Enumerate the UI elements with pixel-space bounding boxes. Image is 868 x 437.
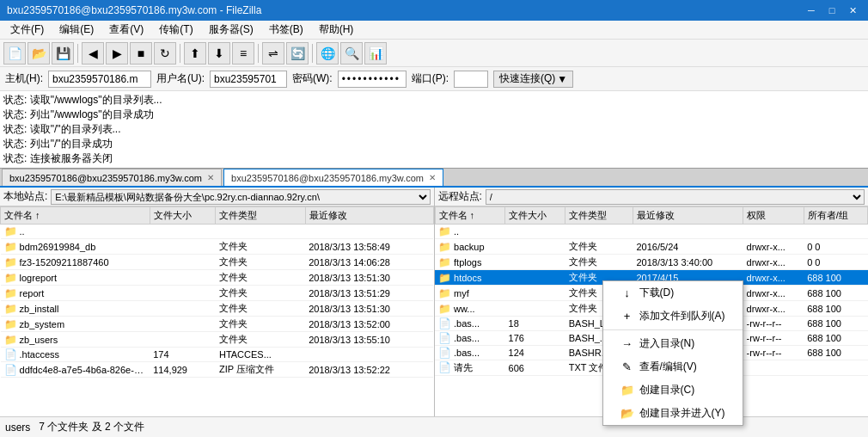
toolbar-sync-button[interactable]: 🔄 bbox=[286, 42, 309, 65]
file-modified bbox=[305, 225, 433, 239]
file-name: 📁 logreport bbox=[1, 270, 150, 286]
context-menu-item[interactable]: +添加文件到队列(A) bbox=[603, 305, 743, 328]
file-type: 文件夹 bbox=[216, 286, 305, 301]
menu-item[interactable]: 编辑(E) bbox=[52, 21, 101, 39]
file-modified: 2018/3/13 13:52:00 bbox=[305, 317, 433, 332]
log-area[interactable]: 状态: 读取"/wwwlogs"的目录列表...状态: 列出"/wwwlogs"… bbox=[0, 91, 868, 169]
local-col-size[interactable]: 文件大小 bbox=[150, 207, 216, 225]
file-size bbox=[150, 225, 216, 239]
remote-col-owner[interactable]: 所有者/组 bbox=[804, 207, 867, 225]
remote-col-type[interactable]: 文件类型 bbox=[565, 207, 633, 225]
port-input[interactable] bbox=[454, 71, 488, 88]
file-owner: 0 0 bbox=[804, 239, 867, 255]
menu-item[interactable]: 帮助(H) bbox=[312, 21, 361, 39]
remote-col-size[interactable]: 文件大小 bbox=[505, 207, 565, 225]
toolbar-save-button[interactable]: 💾 bbox=[52, 42, 74, 65]
host-input[interactable] bbox=[48, 71, 151, 88]
local-col-modified[interactable]: 最近修改 bbox=[305, 207, 433, 225]
file-size bbox=[150, 301, 216, 317]
menu-item-icon: ↓ bbox=[620, 286, 634, 300]
table-row[interactable]: 📁 zb_users 文件夹 2018/3/13 13:55:10 bbox=[1, 332, 434, 348]
table-row[interactable]: 📁 fz3-15209211887460 文件夹 2018/3/13 14:06… bbox=[1, 255, 434, 270]
menu-item[interactable]: 服务器(S) bbox=[202, 21, 260, 39]
log-line: 状态: 列出"/wwwlogs"的目录成功 bbox=[3, 108, 865, 122]
menu-item-icon: 📂 bbox=[620, 407, 634, 421]
toolbar-sep-1 bbox=[77, 44, 78, 63]
file-name: 📁 ww... bbox=[435, 301, 505, 317]
toolbar-filefilter-button[interactable]: 🔍 bbox=[340, 42, 363, 65]
toolbar-compare-button[interactable]: ⇌ bbox=[262, 42, 284, 65]
local-col-type[interactable]: 文件类型 bbox=[216, 207, 305, 225]
menu-item-icon: + bbox=[620, 310, 634, 323]
toolbar-upload-button[interactable]: ⬆ bbox=[184, 42, 206, 65]
local-file-list[interactable]: 文件名 ↑ 文件大小 文件类型 最近修改 📁 .. 📁 bdm26919984_… bbox=[0, 206, 434, 416]
remote-col-name[interactable]: 文件名 ↑ bbox=[435, 207, 505, 225]
file-name: 📄 .bas... bbox=[435, 346, 505, 360]
table-row[interactable]: 📁 backup 文件夹 2016/5/24 drwxr-x... 0 0 bbox=[435, 239, 868, 255]
menu-item[interactable]: 传输(T) bbox=[152, 21, 199, 39]
menu-item[interactable]: 文件(F) bbox=[3, 21, 51, 39]
file-perms bbox=[743, 360, 804, 376]
file-owner: 688 100 bbox=[804, 331, 867, 346]
table-row[interactable]: 📄 .htaccess 174 HTACCES... bbox=[1, 348, 434, 362]
file-perms: drwxr-x... bbox=[743, 286, 804, 301]
table-row[interactable]: 📁 .. bbox=[435, 225, 868, 239]
toolbar-back-button[interactable]: ◀ bbox=[82, 42, 104, 65]
file-size: 174 bbox=[150, 348, 216, 362]
menu-item[interactable]: 查看(V) bbox=[102, 21, 150, 39]
table-row[interactable]: 📁 logreport 文件夹 2018/3/13 13:51:30 bbox=[1, 270, 434, 286]
local-panel: 本地站点: E:\最新精品模板\网站数据备份大全\pc.92ry.cn-dian… bbox=[0, 188, 435, 416]
tab-close-icon[interactable]: ✕ bbox=[429, 173, 436, 182]
toolbar-stop-button[interactable]: ■ bbox=[130, 42, 152, 65]
file-type bbox=[565, 225, 633, 239]
local-location-label: 本地站点: bbox=[3, 189, 47, 204]
table-row[interactable]: 📁 zb_install 文件夹 2018/3/13 13:51:30 bbox=[1, 301, 434, 317]
file-name: 📁 report bbox=[1, 286, 150, 301]
tab[interactable]: bxu2359570186@bxu2359570186.my3w.com✕ bbox=[223, 169, 443, 186]
menu-item[interactable]: 书签(B) bbox=[262, 21, 310, 39]
table-row[interactable]: 📁 .. bbox=[1, 225, 434, 239]
file-name: 📁 htdocs bbox=[435, 270, 505, 286]
file-owner bbox=[804, 360, 867, 376]
toolbar-new-button[interactable]: 📄 bbox=[3, 42, 26, 65]
toolbar-download-button[interactable]: ⬇ bbox=[208, 42, 230, 65]
context-menu-item[interactable]: 📁创建目录(C) bbox=[603, 379, 743, 402]
context-menu-item[interactable]: 📂创建目录并进入(Y) bbox=[603, 402, 743, 425]
context-menu-item[interactable]: ✎查看/编辑(V) bbox=[603, 355, 743, 379]
local-col-name[interactable]: 文件名 ↑ bbox=[1, 207, 150, 225]
file-modified: 2018/3/13 13:51:30 bbox=[305, 301, 433, 317]
toolbar-forward-button[interactable]: ▶ bbox=[106, 42, 128, 65]
minimize-button[interactable]: ─ bbox=[803, 3, 820, 17]
menu-item-icon: 📁 bbox=[620, 384, 634, 397]
pass-input[interactable] bbox=[338, 71, 406, 88]
menu-item-icon: → bbox=[620, 337, 634, 351]
quickconn-button[interactable]: 快速连接(Q) ▼ bbox=[493, 71, 573, 88]
tab-close-icon[interactable]: ✕ bbox=[207, 173, 214, 182]
close-button[interactable]: ✕ bbox=[844, 3, 861, 17]
file-name: 📁 zb_system bbox=[1, 317, 150, 332]
maximize-button[interactable]: □ bbox=[823, 3, 840, 17]
table-row[interactable]: 📁 bdm26919984_db 文件夹 2018/3/13 13:58:49 bbox=[1, 239, 434, 255]
local-file-table: 文件名 ↑ 文件大小 文件类型 最近修改 📁 .. 📁 bdm26919984_… bbox=[0, 206, 434, 378]
table-row[interactable]: 📁 zb_system 文件夹 2018/3/13 13:52:00 bbox=[1, 317, 434, 332]
file-size bbox=[150, 286, 216, 301]
user-input[interactable] bbox=[210, 71, 287, 88]
remote-col-modified[interactable]: 最近修改 bbox=[633, 207, 743, 225]
toolbar-sitemanager-button[interactable]: 🌐 bbox=[316, 42, 339, 65]
remote-location-select[interactable]: / bbox=[486, 189, 865, 205]
file-size bbox=[150, 239, 216, 255]
remote-col-perms[interactable]: 权限 bbox=[743, 207, 804, 225]
table-row[interactable]: 📁 ftplogs 文件夹 2018/3/13 3:40:00 drwxr-x.… bbox=[435, 255, 868, 270]
file-type bbox=[216, 225, 305, 239]
local-location-select[interactable]: E:\最新精品模板\网站数据备份大全\pc.92ry.cn-diannao.92… bbox=[51, 189, 430, 205]
table-row[interactable]: 📄 ddfdc4e8-a7e5-4b6a-826e-0... 114,929 Z… bbox=[1, 362, 434, 378]
tab[interactable]: bxu2359570186@bxu2359570186.my3w.com✕ bbox=[2, 169, 222, 186]
toolbar-speed-button[interactable]: 📊 bbox=[364, 42, 387, 65]
context-menu-item[interactable]: ↓下载(D) bbox=[603, 281, 743, 305]
toolbar-queue-button[interactable]: ≡ bbox=[232, 42, 254, 65]
toolbar-open-button[interactable]: 📂 bbox=[28, 42, 50, 65]
toolbar-refresh-button[interactable]: ↻ bbox=[154, 42, 176, 65]
table-row[interactable]: 📁 report 文件夹 2018/3/13 13:51:29 bbox=[1, 286, 434, 301]
file-name: 📄 .htaccess bbox=[1, 348, 150, 362]
context-menu-item[interactable]: →进入目录(N) bbox=[603, 332, 743, 355]
